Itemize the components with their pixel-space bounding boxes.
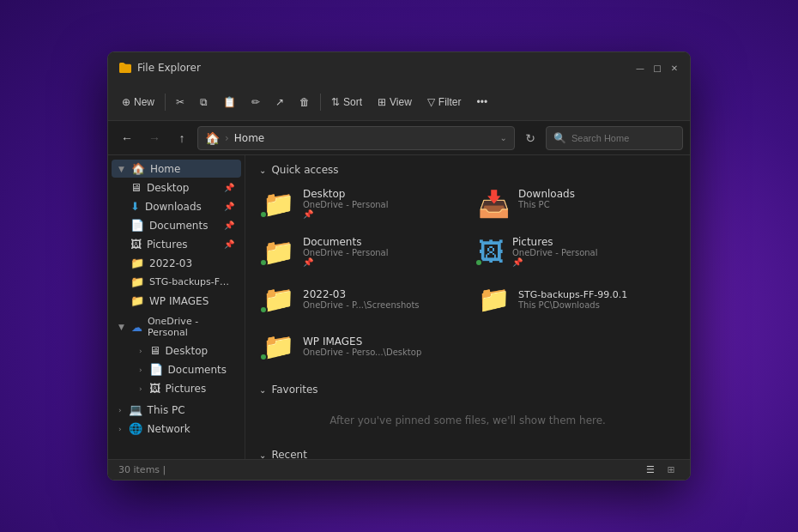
- downloads-icon: ⬇: [130, 200, 140, 213]
- folder-wp-path: OneDrive - Perso...\Desktop: [303, 348, 457, 357]
- folder-wpimages[interactable]: 📁 WP IMAGES OneDrive - Perso...\Desktop: [254, 324, 466, 368]
- sidebar-item-network[interactable]: › 🌐 Network: [112, 420, 241, 438]
- cut-icon: ✂: [176, 96, 184, 108]
- grid-view-button[interactable]: ⊞: [662, 462, 680, 478]
- sidebar-item-home[interactable]: ▼ 🏠 Home: [112, 160, 241, 178]
- search-field[interactable]: 🔍: [546, 126, 683, 150]
- fav-chevron-icon: ⌄: [259, 385, 266, 395]
- new-button[interactable]: ⊕ New: [115, 93, 161, 112]
- folder-pictures-path: OneDrive - Personal: [512, 248, 673, 257]
- toolbar-separator-1: [165, 94, 166, 111]
- cut-button[interactable]: ✂: [169, 93, 191, 112]
- pictures-od-icon: 🖼: [149, 382, 160, 395]
- folder-wp-name: WP IMAGES: [303, 336, 457, 348]
- delete-button[interactable]: 🗑: [293, 93, 317, 112]
- more-button[interactable]: •••: [470, 93, 495, 112]
- up-button[interactable]: ↑: [170, 126, 194, 150]
- forward-button[interactable]: →: [142, 126, 166, 150]
- recent-section[interactable]: ⌄ Recent: [245, 440, 690, 459]
- sidebar-item-onedrive[interactable]: ▼ ☁ OneDrive - Personal: [112, 313, 241, 341]
- sidebar-item-downloads[interactable]: ⬇ Downloads 📌: [112, 197, 241, 215]
- folder-downloads-icon: 📥: [478, 189, 510, 219]
- favorites-label: Favorites: [271, 384, 317, 396]
- address-dropdown-icon: ⌄: [500, 133, 507, 142]
- folder-downloads-pin: 📌: [518, 209, 673, 219]
- window-title: File Explorer: [137, 62, 635, 74]
- folder-2022-icon: 📁: [130, 257, 144, 269]
- thispc-icon: 💻: [129, 403, 142, 416]
- paste-button[interactable]: 📋: [216, 93, 243, 112]
- favorites-section[interactable]: ⌄ Favorites: [245, 375, 690, 401]
- network-icon: 🌐: [129, 422, 142, 435]
- pin-icon: 📌: [224, 202, 234, 211]
- chevron-right-icon: ›: [118, 406, 122, 414]
- sidebar-item-documents[interactable]: 📄 Documents 📌: [112, 216, 241, 234]
- sidebar-item-stg[interactable]: 📁 STG-backups-FF-99.: [112, 273, 241, 291]
- filter-label: Filter: [438, 96, 462, 108]
- sidebar-stg-label: STG-backups-FF-99.: [149, 276, 234, 287]
- list-view-button[interactable]: ☰: [642, 462, 659, 478]
- folder-downloads[interactable]: 📥 Downloads This PC 📌: [469, 181, 681, 226]
- folder-2022-path: OneDrive - P...\Screenshots: [303, 300, 457, 310]
- folder-documents-path: OneDrive - Personal: [303, 248, 457, 257]
- view-button[interactable]: ⊞ View: [371, 93, 419, 112]
- folder-2022[interactable]: 📁 2022-03 OneDrive - P...\Screenshots: [254, 277, 466, 321]
- sidebar-item-wpimages[interactable]: 📁 WP IMAGES: [112, 292, 241, 310]
- sort-icon: ⇅: [331, 96, 340, 108]
- folder-pictures-info: Pictures OneDrive - Personal 📌: [512, 236, 673, 267]
- desktop-od-icon: 🖥: [149, 344, 160, 357]
- sidebar-item-desktop[interactable]: 🖥 Desktop 📌: [112, 178, 241, 196]
- toolbar-separator-2: [320, 94, 321, 111]
- home-icon: 🏠: [205, 131, 220, 145]
- sidebar-item-2022[interactable]: 📁 2022-03: [112, 254, 241, 272]
- address-field[interactable]: 🏠 › Home ⌄: [197, 126, 515, 150]
- sidebar-item-od-desktop[interactable]: › 🖥 Desktop: [112, 342, 241, 360]
- desktop-icon: 🖥: [130, 181, 142, 194]
- minimize-button[interactable]: —: [635, 63, 645, 73]
- sync-status-desktop: [259, 210, 268, 219]
- share-button[interactable]: ↗: [269, 93, 291, 112]
- folder-documents-name: Documents: [303, 236, 457, 248]
- onedrive-icon: ☁: [131, 321, 142, 334]
- view-label: View: [390, 96, 412, 108]
- chevron-down-icon: ▼: [118, 323, 124, 331]
- copy-button[interactable]: ⧉: [193, 93, 215, 112]
- sort-button[interactable]: ⇅ Sort: [324, 93, 369, 112]
- sidebar-item-od-documents[interactable]: › 📄 Documents: [112, 360, 241, 378]
- filter-button[interactable]: ▽ Filter: [420, 93, 469, 112]
- file-explorer-window: File Explorer — □ ✕ ⊕ New ✂ ⧉ 📋 ✏ ↗ 🗑: [107, 51, 691, 481]
- search-input[interactable]: [571, 133, 675, 143]
- main-content: ▼ 🏠 Home 🖥 Desktop 📌 ⬇ Downloads 📌 📄 Doc…: [108, 155, 690, 459]
- quick-access-section[interactable]: ⌄ Quick access: [245, 155, 690, 181]
- folder-stg-name: STG-backups-FF-99.0.1: [518, 289, 673, 300]
- sidebar-wp-label: WP IMAGES: [149, 295, 209, 307]
- content-area: ⌄ Quick access 📁 Desktop OneDrive - Pers…: [245, 155, 690, 459]
- sort-label: Sort: [343, 96, 362, 108]
- recent-label: Recent: [271, 449, 306, 459]
- sidebar-network-label: Network: [148, 423, 190, 435]
- folder-downloads-name: Downloads: [518, 188, 673, 200]
- folder-stg-icon: 📁: [130, 275, 144, 288]
- back-button[interactable]: ←: [115, 126, 139, 150]
- maximize-button[interactable]: □: [652, 63, 662, 73]
- refresh-button[interactable]: ↻: [518, 126, 542, 150]
- share-icon: ↗: [275, 96, 284, 108]
- home-icon: 🏠: [131, 162, 145, 175]
- documents-icon: 📄: [130, 219, 144, 232]
- chevron-down-icon: ▼: [118, 165, 124, 173]
- sidebar-onedrive-label: OneDrive - Personal: [148, 316, 234, 338]
- sidebar-item-thispc[interactable]: › 💻 This PC: [112, 401, 241, 419]
- folder-desktop-name: Desktop: [303, 188, 457, 200]
- sidebar-od-documents-label: Documents: [168, 364, 227, 376]
- sidebar-item-pictures[interactable]: 🖼 Pictures 📌: [112, 235, 241, 253]
- folder-stg[interactable]: 📁 STG-backups-FF-99.0.1 This PC\Download…: [469, 277, 681, 321]
- documents-od-icon: 📄: [149, 363, 163, 376]
- folder-pictures[interactable]: 🖼 Pictures OneDrive - Personal 📌: [469, 229, 681, 274]
- sidebar-item-od-pictures[interactable]: › 🖼 Pictures: [112, 379, 241, 397]
- addressbar: ← → ↑ 🏠 › Home ⌄ ↻ 🔍: [108, 121, 690, 155]
- folder-2022-name: 2022-03: [303, 288, 457, 300]
- rename-button[interactable]: ✏: [245, 93, 267, 112]
- folder-desktop[interactable]: 📁 Desktop OneDrive - Personal 📌: [254, 181, 466, 226]
- folder-documents[interactable]: 📁 Documents OneDrive - Personal 📌: [254, 229, 466, 274]
- close-button[interactable]: ✕: [669, 63, 680, 73]
